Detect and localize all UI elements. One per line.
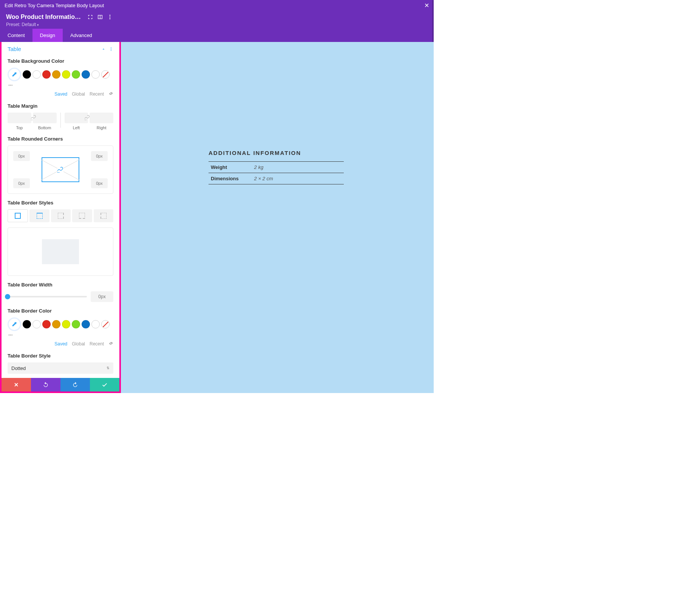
border-width-input[interactable] [91, 291, 113, 302]
border-width-label: Table Border Width [8, 282, 113, 288]
info-table: Weight 2 kg Dimensions 2 × 2 cm [209, 161, 344, 184]
redo-button[interactable] [60, 378, 90, 392]
margin-bottom-input[interactable] [33, 113, 57, 123]
swatch-white[interactable] [32, 320, 41, 328]
border-all-button[interactable] [8, 209, 28, 222]
border-color-label: Table Border Color [8, 308, 113, 314]
gear-icon[interactable] [108, 91, 113, 97]
border-right-button[interactable] [51, 209, 71, 222]
border-bottom-button[interactable] [72, 209, 92, 222]
save-button[interactable] [90, 378, 119, 392]
palette-tab-saved[interactable]: Saved [54, 341, 67, 347]
palette-tab-recent[interactable]: Recent [90, 341, 104, 347]
margin-left-label: Left [73, 125, 80, 130]
module-header: Woo Product Information S... Preset: Def… [0, 11, 434, 29]
margin-bottom-label: Bottom [38, 125, 51, 130]
palette-tab-global[interactable]: Global [72, 91, 85, 97]
palette-tab-recent[interactable]: Recent [90, 91, 104, 97]
swatch-transparent[interactable] [101, 70, 110, 79]
svg-point-3 [111, 47, 111, 48]
corner-bl-input[interactable] [13, 178, 30, 188]
row-value: 2 kg [252, 162, 344, 173]
swatch-white-2[interactable] [91, 70, 100, 79]
chevron-up-icon[interactable] [101, 47, 106, 51]
tab-advanced[interactable]: Advanced [63, 29, 100, 42]
corner-br-input[interactable] [91, 178, 108, 188]
close-icon[interactable]: ✕ [424, 2, 429, 9]
svg-point-5 [111, 50, 111, 51]
corners-control [8, 145, 113, 194]
palette-tab-global[interactable]: Global [72, 341, 85, 347]
swatch-orange[interactable] [52, 320, 60, 328]
preset-selector[interactable]: Preset: Default [6, 22, 428, 27]
border-styles-label: Table Border Styles [8, 200, 113, 206]
window-title: Edit Retro Toy Camera Template Body Layo… [5, 3, 104, 8]
svg-point-2 [110, 18, 111, 19]
margin-top-input[interactable] [8, 113, 31, 123]
border-left-button[interactable] [94, 209, 113, 222]
border-style-select-label: Table Border Style [8, 353, 113, 359]
swatch-yellow[interactable] [62, 70, 70, 79]
corners-label: Table Rounded Corners [8, 136, 113, 142]
bg-color-label: Table Background Color [8, 58, 113, 64]
palette-more-icon[interactable]: ••• [8, 81, 113, 89]
svg-point-4 [111, 49, 111, 50]
margin-right-label: Right [97, 125, 107, 130]
columns-icon[interactable] [97, 14, 103, 20]
swatch-blue[interactable] [82, 320, 90, 328]
table-row: Weight 2 kg [209, 162, 344, 173]
info-heading: ADDITIONAL INFORMATION [209, 150, 344, 156]
bottom-actions [2, 378, 119, 392]
tab-content[interactable]: Content [0, 29, 32, 42]
color-picker-button[interactable] [8, 68, 21, 81]
border-preview [8, 228, 113, 276]
border-top-button[interactable] [29, 209, 49, 222]
border-width-slider[interactable] [8, 296, 87, 297]
focus-icon[interactable] [87, 14, 93, 20]
tab-design[interactable]: Design [32, 29, 63, 42]
preview-canvas: ADDITIONAL INFORMATION Weight 2 kg Dimen… [121, 42, 434, 393]
swatch-white-2[interactable] [91, 320, 100, 328]
more-vert-icon[interactable] [107, 14, 113, 20]
swatch-black[interactable] [23, 320, 31, 328]
swatch-green[interactable] [72, 320, 80, 328]
row-label: Weight [209, 162, 252, 173]
swatch-transparent[interactable] [101, 320, 110, 328]
more-vert-icon[interactable] [109, 47, 113, 51]
row-label: Dimensions [209, 173, 252, 184]
corner-tl-input[interactable] [13, 151, 30, 161]
corner-link-toggle[interactable] [42, 157, 79, 182]
swatch-black[interactable] [23, 70, 31, 79]
link-icon[interactable] [31, 115, 36, 120]
undo-button[interactable] [31, 378, 60, 392]
swatch-white[interactable] [32, 70, 41, 79]
swatch-red[interactable] [42, 70, 51, 79]
section-header-table[interactable]: Table [2, 42, 119, 55]
divider [60, 113, 61, 128]
row-value: 2 × 2 cm [252, 173, 344, 184]
color-picker-button[interactable] [8, 317, 21, 331]
palette-more-icon[interactable]: ••• [8, 331, 113, 339]
swatch-green[interactable] [72, 70, 80, 79]
swatch-blue[interactable] [82, 70, 90, 79]
swatch-orange[interactable] [52, 70, 60, 79]
border-style-select[interactable]: Dotted [8, 362, 113, 374]
margin-top-label: Top [16, 125, 23, 130]
settings-sidebar: Table Table Background Color [0, 42, 121, 393]
table-row: Dimensions 2 × 2 cm [209, 173, 344, 184]
settings-tabs: Content Design Advanced [0, 29, 434, 42]
bg-color-swatches [8, 68, 113, 81]
svg-point-0 [110, 15, 111, 16]
palette-tab-saved[interactable]: Saved [54, 91, 67, 97]
link-icon[interactable] [85, 115, 90, 120]
swatch-red[interactable] [42, 320, 51, 328]
module-name: Woo Product Information S... [6, 14, 83, 20]
margin-right-input[interactable] [90, 113, 113, 123]
discard-button[interactable] [2, 378, 31, 392]
swatch-yellow[interactable] [62, 320, 70, 328]
corner-tr-input[interactable] [91, 151, 108, 161]
gear-icon[interactable] [108, 341, 113, 347]
window-titlebar: Edit Retro Toy Camera Template Body Layo… [0, 0, 434, 11]
section-title: Table [8, 46, 21, 52]
product-info-module[interactable]: ADDITIONAL INFORMATION Weight 2 kg Dimen… [209, 150, 344, 184]
